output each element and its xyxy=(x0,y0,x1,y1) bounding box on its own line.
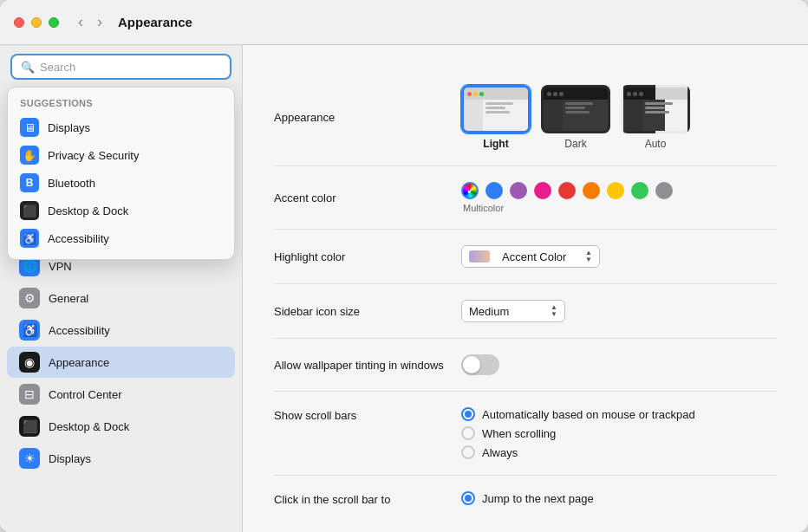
scroll-scrolling-option[interactable]: When scrolling xyxy=(461,426,695,440)
accent-pink[interactable] xyxy=(534,182,551,199)
sidebar-item-appearance-label: Appearance xyxy=(49,356,109,369)
maximize-button[interactable] xyxy=(49,17,59,28)
window-title: Appearance xyxy=(118,15,192,29)
accessibility2-icon: ♿ xyxy=(19,320,40,341)
auto-label: Auto xyxy=(645,138,667,150)
sidebar-item-appearance[interactable]: ◉ Appearance xyxy=(7,347,235,378)
accessibility-icon: ♿ xyxy=(20,229,39,248)
scroll-auto-option[interactable]: Automatically based on mouse or trackpad xyxy=(461,407,695,421)
dark-thumb-content xyxy=(563,100,608,131)
light-label: Light xyxy=(483,138,508,150)
accent-purple[interactable] xyxy=(510,182,527,199)
system-preferences-window: ‹ › Appearance 🔍 Search Suggestions 🖥 Di… xyxy=(0,0,808,532)
accent-graphite[interactable] xyxy=(655,182,673,199)
close-button[interactable] xyxy=(14,17,24,28)
dot-g2 xyxy=(559,92,564,96)
appearance-dark-option[interactable]: Dark xyxy=(541,85,610,150)
suggestion-displays[interactable]: 🖥 Displays xyxy=(8,114,234,141)
traffic-lights xyxy=(14,17,59,28)
appearance-light-option[interactable]: Light xyxy=(461,85,531,150)
stepper-arrows: ▲ ▼ xyxy=(585,250,592,263)
sidebar-icon-size-selector[interactable]: Medium ▲ ▼ xyxy=(461,300,565,322)
appearance-icon: ◉ xyxy=(19,352,40,373)
bar1 xyxy=(485,102,513,105)
scroll-auto-label: Automatically based on mouse or trackpad xyxy=(482,408,695,421)
show-scroll-bars-label: Show scroll bars xyxy=(274,407,447,422)
back-button[interactable]: ‹ xyxy=(73,11,88,33)
highlight-value: Accent Color xyxy=(502,250,575,263)
suggestion-desktop-dock[interactable]: ⬛ Desktop & Dock xyxy=(8,197,234,224)
accent-red[interactable] xyxy=(558,182,576,199)
accent-colors-container: Multicolor xyxy=(461,182,673,213)
accent-blue[interactable] xyxy=(485,182,503,199)
main-content: Appearance xyxy=(243,45,808,532)
wallpaper-tinting-toggle[interactable] xyxy=(461,354,499,375)
highlight-color-section: Highlight color Accent Color ▲ ▼ xyxy=(274,230,777,284)
sidebar-item-accessibility[interactable]: ♿ Accessibility xyxy=(7,315,235,346)
sidebar-item-displays[interactable]: ☀ Displays xyxy=(7,443,235,474)
sidebar-item-general[interactable]: ⚙ General xyxy=(7,282,235,314)
light-thumb-sidebar xyxy=(464,100,483,131)
click-scroll-bar-controls: Jump to the next page xyxy=(461,491,777,505)
bar2 xyxy=(485,107,505,109)
suggestions-label: Suggestions xyxy=(8,94,234,114)
auto-thumb xyxy=(621,85,690,133)
sidebar-icon-size-controls: Medium ▲ ▼ xyxy=(461,300,777,322)
search-box[interactable]: 🔍 Search xyxy=(10,54,231,80)
dark-thumb xyxy=(541,85,610,133)
sidebar-item-control-center[interactable]: ⊟ Control Center xyxy=(7,379,235,410)
scroll-always-radio[interactable] xyxy=(461,445,475,459)
desktop-dock-icon: ⬛ xyxy=(20,201,39,220)
bar3 xyxy=(485,111,510,114)
suggestion-bluetooth[interactable]: B Bluetooth xyxy=(8,169,234,197)
highlight-color-label: Highlight color xyxy=(274,250,447,263)
sidebar-item-control-center-label: Control Center xyxy=(49,388,122,401)
click-jump-page-option[interactable]: Jump to the next page xyxy=(461,491,594,505)
displays-icon: 🖥 xyxy=(20,118,39,137)
suggestion-bluetooth-label: Bluetooth xyxy=(48,177,95,190)
auto-thumb-content xyxy=(642,100,687,131)
scroll-always-option[interactable]: Always xyxy=(461,445,695,459)
accent-green[interactable] xyxy=(631,182,648,199)
scroll-scrolling-radio[interactable] xyxy=(461,426,475,440)
suggestion-accessibility[interactable]: ♿ Accessibility xyxy=(8,224,234,252)
titlebar: ‹ › Appearance xyxy=(0,0,808,45)
show-scroll-bars-section: Show scroll bars Automatically based on … xyxy=(274,392,777,476)
minimize-button[interactable] xyxy=(31,17,42,28)
bar9 xyxy=(645,111,669,114)
sidebar-item-desktop-dock[interactable]: ⬛ Desktop & Dock xyxy=(7,411,235,442)
dot-r3 xyxy=(627,92,631,96)
control-center-icon: ⊟ xyxy=(19,384,40,405)
medium-stepper-down: ▼ xyxy=(551,311,557,318)
wallpaper-tinting-label: Allow wallpaper tinting in windows xyxy=(274,359,447,372)
click-jump-page-radio[interactable] xyxy=(461,491,475,505)
appearance-label: Appearance xyxy=(274,111,447,124)
light-thumb-content xyxy=(483,100,528,131)
accent-multicolor[interactable] xyxy=(461,182,479,199)
scroll-bars-radio-group: Automatically based on mouse or trackpad… xyxy=(461,407,695,459)
bar5 xyxy=(565,107,585,109)
general-icon: ⚙ xyxy=(19,288,40,308)
dot-y3 xyxy=(633,92,637,96)
sidebar-item-general-label: General xyxy=(49,292,88,305)
show-scroll-bars-controls: Automatically based on mouse or trackpad… xyxy=(461,407,777,459)
auto-thumb-header xyxy=(623,88,687,100)
bar7 xyxy=(645,102,673,105)
search-placeholder: Search xyxy=(40,61,221,74)
scroll-auto-radio[interactable] xyxy=(461,407,475,421)
accent-colors xyxy=(461,182,673,199)
bluetooth-icon: B xyxy=(20,173,39,192)
accent-orange[interactable] xyxy=(583,182,600,199)
click-scroll-bar-label: Click in the scroll bar to xyxy=(274,491,447,506)
forward-button[interactable]: › xyxy=(92,11,108,33)
highlight-color-selector[interactable]: Accent Color ▲ ▼ xyxy=(461,245,600,268)
wallpaper-tinting-controls xyxy=(461,354,777,375)
appearance-auto-option[interactable]: Auto xyxy=(621,85,690,150)
accent-yellow[interactable] xyxy=(607,182,624,199)
suggestion-privacy[interactable]: ✋ Privacy & Security xyxy=(8,141,234,169)
click-scroll-bar-section: Click in the scroll bar to Jump to the n… xyxy=(274,476,777,522)
light-thumb-header xyxy=(464,88,528,100)
dark-thumb-body xyxy=(544,100,608,131)
highlight-color-controls: Accent Color ▲ ▼ xyxy=(461,245,777,268)
dark-label: Dark xyxy=(564,138,586,150)
